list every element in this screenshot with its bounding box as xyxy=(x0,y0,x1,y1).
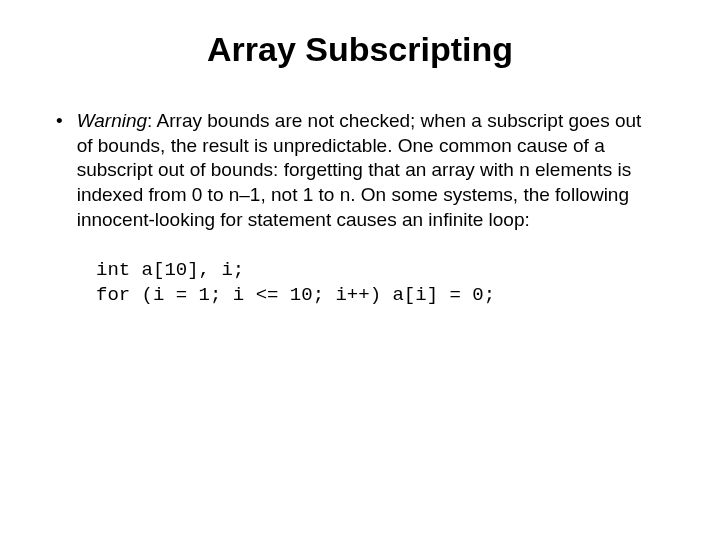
page-title: Array Subscripting xyxy=(50,30,670,69)
bullet-item: • Warning: Array bounds are not checked;… xyxy=(56,109,670,232)
bullet-marker: • xyxy=(56,109,63,232)
bullet-body: : Array bounds are not checked; when a s… xyxy=(77,110,642,230)
code-block: int a[10], i; for (i = 1; i <= 10; i++) … xyxy=(96,258,670,307)
bullet-text: Warning: Array bounds are not checked; w… xyxy=(77,109,650,232)
warning-label: Warning xyxy=(77,110,147,131)
